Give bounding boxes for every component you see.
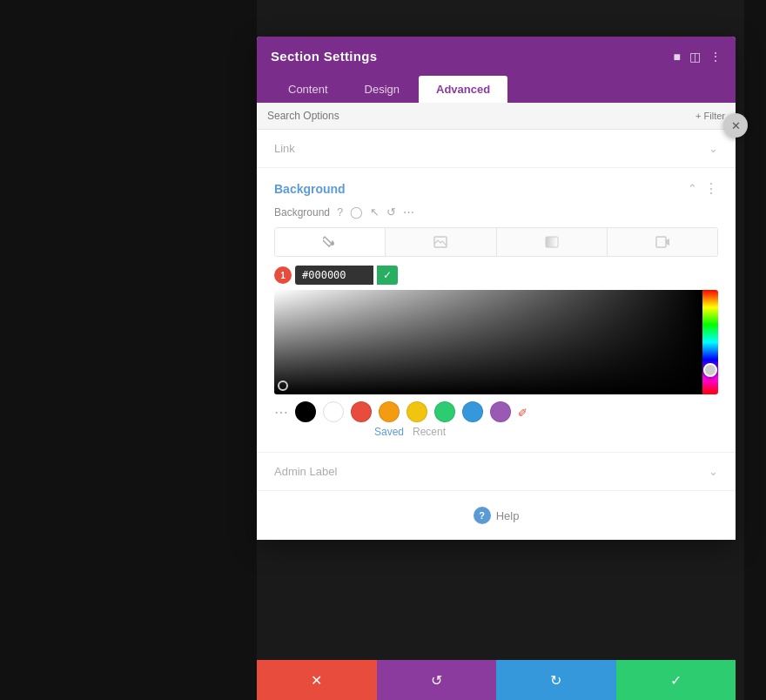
color-crosshair (278, 380, 288, 391)
bg-type-color[interactable] (275, 228, 386, 256)
help-label: Help (496, 509, 520, 522)
more-swatches-icon[interactable]: ⋯ (274, 404, 288, 421)
pencil-icon[interactable]: ✏ (514, 403, 532, 421)
help-row[interactable]: ? Help (257, 491, 736, 540)
filter-button[interactable]: + Filter (695, 111, 725, 121)
color-badge-number: 1 (274, 266, 292, 284)
tab-advanced[interactable]: Advanced (419, 76, 507, 103)
admin-label-section[interactable]: Admin Label ⌄ (257, 453, 736, 491)
link-section[interactable]: Link ⌄ (257, 130, 736, 168)
save-button[interactable]: ✓ (616, 660, 736, 700)
background-collapse-icon[interactable]: ⌃ (688, 182, 697, 195)
camera-icon[interactable]: ■ (674, 50, 681, 64)
paint-bucket-icon (323, 235, 337, 249)
hex-input[interactable] (295, 266, 373, 285)
color-gradient-area[interactable] (274, 290, 702, 394)
recent-tab[interactable]: Recent (413, 426, 446, 438)
bg-more-icon[interactable]: ⋯ (403, 205, 414, 219)
admin-label-text: Admin Label (274, 465, 337, 478)
phone-icon[interactable]: ◯ (350, 205, 363, 219)
search-input[interactable] (267, 110, 695, 122)
image-icon (433, 235, 447, 249)
tab-design[interactable]: Design (347, 76, 417, 103)
color-hex-row: 1 ✓ (274, 266, 718, 285)
gradient-icon (545, 235, 559, 249)
more-icon[interactable]: ⋮ (709, 50, 722, 64)
background-type-tabs (274, 227, 718, 257)
close-button[interactable]: ✕ (723, 113, 748, 138)
panel-footer: ✕ ↺ ↻ ✓ (257, 660, 736, 700)
help-circle-icon: ? (474, 507, 491, 524)
saved-tab[interactable]: Saved (374, 426, 404, 438)
tabs-bar: Content Design Advanced (257, 76, 736, 103)
columns-icon[interactable]: ◫ (689, 50, 701, 64)
bg-type-video[interactable] (608, 228, 717, 256)
swatch-yellow[interactable] (407, 401, 427, 422)
bg-type-image[interactable] (386, 228, 496, 256)
color-swatches: ⋯ ✏ (274, 401, 718, 422)
background-title: Background (274, 182, 346, 196)
link-chevron-icon: ⌄ (709, 142, 718, 155)
background-controls: Background ? ◯ ↖ ↺ ⋯ (274, 205, 718, 219)
hex-confirm-button[interactable]: ✓ (377, 266, 398, 285)
redo-button[interactable]: ↻ (496, 660, 616, 700)
swatch-purple[interactable] (490, 401, 511, 422)
swatch-black[interactable] (295, 401, 316, 422)
hue-handle (703, 363, 717, 377)
video-icon (655, 235, 669, 249)
search-bar: + Filter (257, 103, 736, 130)
swatch-tabs: Saved Recent (274, 426, 718, 438)
admin-label-chevron-icon: ⌄ (709, 465, 718, 478)
svg-rect-2 (656, 237, 666, 247)
panel-header: Section Settings ■ ◫ ⋮ (257, 37, 736, 76)
swatch-orange[interactable] (379, 401, 400, 422)
left-overlay (0, 0, 257, 700)
background-section: Background ⌃ ⋮ Background ? ◯ ↖ ↺ ⋯ (257, 168, 736, 453)
background-more-icon[interactable]: ⋮ (704, 180, 718, 197)
swatch-red[interactable] (351, 401, 372, 422)
background-header: Background ⌃ ⋮ (274, 168, 718, 205)
right-overlay (744, 0, 766, 700)
link-label: Link (274, 142, 295, 155)
hue-slider[interactable] (702, 290, 718, 394)
content-area: Link ⌄ Background ⌃ ⋮ Background ? ◯ ↖ ↺… (257, 130, 736, 540)
cursor-icon[interactable]: ↖ (370, 205, 380, 219)
cancel-button[interactable]: ✕ (257, 660, 377, 700)
svg-rect-1 (546, 237, 558, 247)
reset-icon: ↺ (431, 672, 442, 689)
help-question-icon[interactable]: ? (337, 205, 343, 219)
reset-button[interactable]: ↺ (377, 660, 497, 700)
color-picker (274, 290, 718, 394)
swatch-blue[interactable] (462, 401, 483, 422)
header-icons: ■ ◫ ⋮ (674, 50, 722, 64)
redo-icon: ↻ (550, 672, 561, 689)
background-header-right: ⌃ ⋮ (688, 180, 718, 197)
save-icon: ✓ (670, 672, 682, 689)
swatch-white[interactable] (323, 401, 344, 422)
bg-type-gradient[interactable] (497, 228, 608, 256)
tab-content[interactable]: Content (271, 76, 346, 103)
reset-bg-icon[interactable]: ↺ (386, 205, 396, 219)
panel-title: Section Settings (271, 49, 377, 64)
swatch-green[interactable] (434, 401, 455, 422)
cancel-icon: ✕ (311, 672, 322, 689)
section-settings-panel: Section Settings ■ ◫ ⋮ Content Design Ad… (257, 37, 736, 540)
background-control-label: Background (274, 206, 330, 219)
